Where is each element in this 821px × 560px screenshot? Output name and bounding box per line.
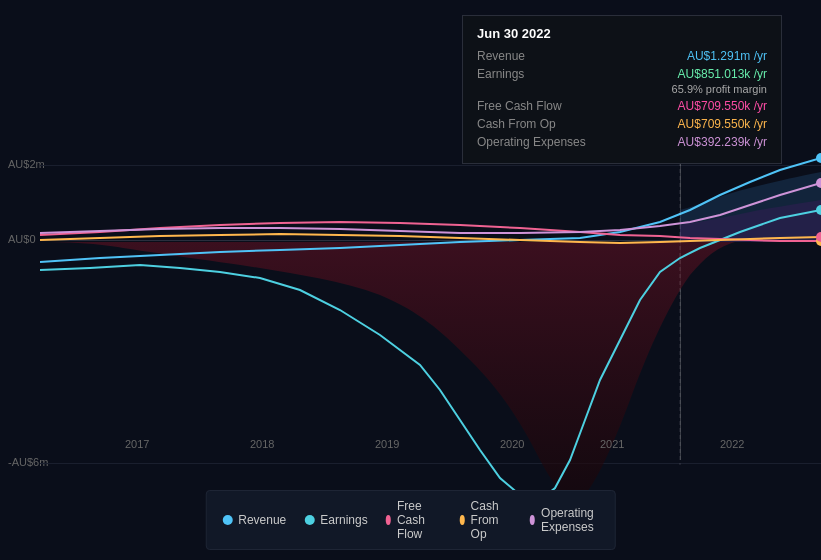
x-label-2018: 2018 — [250, 438, 274, 450]
legend-dot-earnings — [304, 515, 314, 525]
tooltip-label-opex: Operating Expenses — [477, 135, 597, 149]
tooltip-row-fcf: Free Cash Flow AU$709.550k /yr — [477, 99, 767, 113]
x-label-2021: 2021 — [600, 438, 624, 450]
tooltip-value-opex: AU$392.239k /yr — [678, 135, 767, 149]
tooltip-value-fcf: AU$709.550k /yr — [678, 99, 767, 113]
x-label-2020: 2020 — [500, 438, 524, 450]
tooltip-value-margin: 65.9% profit margin — [672, 83, 767, 95]
legend-item-fcf[interactable]: Free Cash Flow — [386, 499, 442, 541]
tooltip-value-earnings: AU$851.013k /yr — [678, 67, 767, 81]
legend-label-earnings: Earnings — [320, 513, 367, 527]
tooltip-panel: Jun 30 2022 Revenue AU$1.291m /yr Earnin… — [462, 15, 782, 164]
legend-label-cashfromop: Cash From Op — [471, 499, 512, 541]
y-label-middle: AU$0 — [8, 233, 36, 245]
legend-item-revenue[interactable]: Revenue — [222, 513, 286, 527]
tooltip-row-margin: 65.9% profit margin — [477, 83, 767, 95]
legend-dot-revenue — [222, 515, 232, 525]
legend-dot-fcf — [386, 515, 391, 525]
x-label-2017: 2017 — [125, 438, 149, 450]
legend-item-cashfromop[interactable]: Cash From Op — [459, 499, 511, 541]
tooltip-value-revenue: AU$1.291m /yr — [687, 49, 767, 63]
legend-dot-opex — [530, 515, 535, 525]
tooltip-label-earnings: Earnings — [477, 67, 597, 81]
tooltip-row-opex: Operating Expenses AU$392.239k /yr — [477, 135, 767, 149]
tooltip-value-cashfromop: AU$709.550k /yr — [678, 117, 767, 131]
chart-container: Jun 30 2022 Revenue AU$1.291m /yr Earnin… — [0, 0, 821, 560]
x-label-2022: 2022 — [720, 438, 744, 450]
tooltip-row-cashfromop: Cash From Op AU$709.550k /yr — [477, 117, 767, 131]
x-label-2019: 2019 — [375, 438, 399, 450]
tooltip-label-fcf: Free Cash Flow — [477, 99, 597, 113]
legend-label-fcf: Free Cash Flow — [397, 499, 441, 541]
tooltip-row-revenue: Revenue AU$1.291m /yr — [477, 49, 767, 63]
revenue-end-dot — [816, 153, 821, 163]
tooltip-date: Jun 30 2022 — [477, 26, 767, 41]
tooltip-label-cashfromop: Cash From Op — [477, 117, 597, 131]
tooltip-row-earnings: Earnings AU$851.013k /yr — [477, 67, 767, 81]
legend-label-opex: Operating Expenses — [541, 506, 599, 534]
legend-dot-cashfromop — [459, 515, 464, 525]
legend: Revenue Earnings Free Cash Flow Cash Fro… — [205, 490, 616, 550]
legend-label-revenue: Revenue — [238, 513, 286, 527]
legend-item-opex[interactable]: Operating Expenses — [530, 506, 599, 534]
legend-item-earnings[interactable]: Earnings — [304, 513, 367, 527]
tooltip-label-revenue: Revenue — [477, 49, 597, 63]
